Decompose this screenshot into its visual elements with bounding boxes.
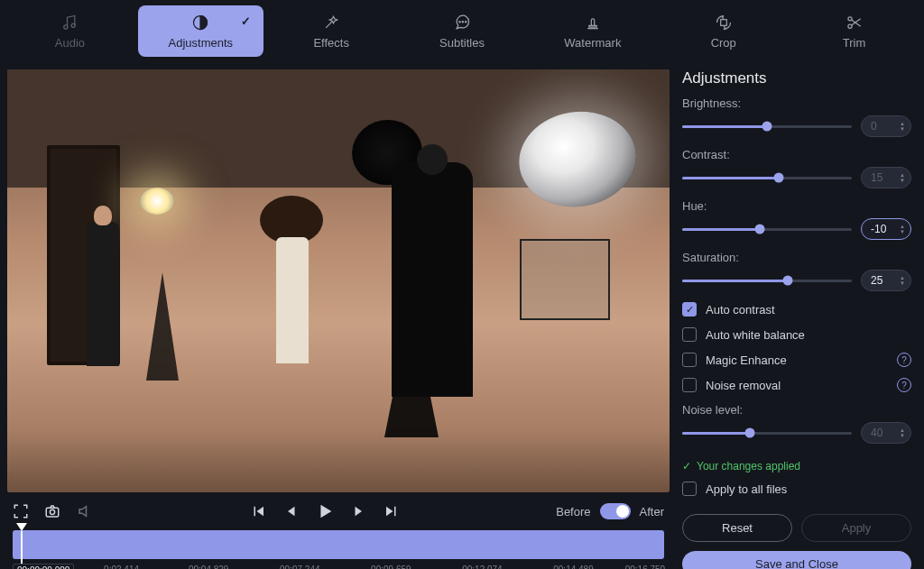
top-tabs: Audio Adjustments ✓ Effects Subtitles Wa… — [0, 0, 924, 62]
check-icon: ✓ — [682, 460, 691, 473]
volume-button[interactable] — [76, 503, 94, 519]
timeline-track[interactable] — [13, 530, 664, 559]
time-mark: 00:04.829 — [189, 564, 229, 569]
scissors-icon — [845, 13, 864, 32]
main-area: Before After 00:00:00.000 0:02.414 00:04… — [0, 62, 924, 569]
magic-enhance-label: Magic Enhance — [706, 353, 787, 367]
auto-contrast-label: Auto contrast — [706, 303, 775, 317]
magic-enhance-checkbox[interactable] — [682, 353, 697, 367]
auto-wb-label: Auto white balance — [706, 328, 805, 342]
playback-controls: Before After — [7, 492, 670, 528]
svg-point-7 — [847, 17, 851, 21]
noise-level-value[interactable]: 40▲▼ — [861, 422, 911, 444]
adjustments-panel: Adjustments Brightness: 0▲▼ Contrast: 15… — [682, 69, 917, 569]
tab-watermark-label: Watermark — [564, 36, 621, 50]
help-icon[interactable]: ? — [897, 378, 911, 392]
skip-start-button[interactable] — [250, 501, 266, 521]
tab-audio-label: Audio — [55, 36, 85, 50]
tab-effects-label: Effects — [313, 36, 349, 50]
noise-removal-checkbox[interactable] — [682, 378, 697, 392]
noise-removal-label: Noise removal — [706, 379, 781, 392]
tab-adjustments[interactable]: Adjustments ✓ — [138, 5, 263, 57]
svg-point-10 — [50, 509, 54, 514]
speech-icon — [453, 13, 471, 32]
skip-end-button[interactable] — [383, 501, 400, 521]
before-after-toggle[interactable] — [600, 503, 631, 519]
time-scale: 00:00:00.000 0:02.414 00:04.829 00:07.24… — [13, 564, 664, 569]
check-icon: ✓ — [241, 14, 251, 28]
help-icon[interactable]: ? — [897, 353, 911, 367]
noise-level-label: Noise level: — [682, 403, 911, 417]
svg-point-3 — [459, 22, 460, 23]
changes-applied: ✓ Your changes applied — [682, 460, 911, 473]
brightness-value[interactable]: 0▲▼ — [861, 115, 911, 137]
video-preview[interactable] — [7, 69, 670, 492]
panel-title: Adjustments — [682, 69, 911, 87]
saturation-slider[interactable] — [682, 280, 852, 282]
time-mark: 00:14.489 — [553, 564, 594, 569]
timeline: 00:00:00.000 0:02.414 00:04.829 00:07.24… — [7, 528, 670, 569]
apply-button[interactable]: Apply — [801, 514, 911, 542]
brightness-slider[interactable] — [682, 125, 852, 128]
step-back-button[interactable] — [282, 501, 299, 521]
before-label: Before — [556, 505, 590, 519]
tab-watermark[interactable]: Watermark — [530, 5, 655, 57]
auto-contrast-checkbox[interactable]: ✓ — [682, 302, 697, 317]
step-forward-button[interactable] — [351, 501, 367, 521]
svg-point-4 — [462, 22, 463, 23]
time-mark: 00:09.659 — [371, 564, 411, 569]
svg-rect-6 — [720, 20, 726, 26]
svg-point-1 — [72, 23, 76, 27]
playhead[interactable] — [16, 523, 27, 531]
preview-image — [7, 69, 670, 492]
after-label: After — [640, 505, 664, 519]
reset-button[interactable]: Reset — [682, 514, 792, 542]
tab-subtitles-label: Subtitles — [439, 36, 485, 50]
noise-level-slider[interactable] — [682, 432, 852, 435]
crop-rotate-icon — [715, 13, 733, 32]
wand-icon — [322, 13, 340, 32]
time-mark: 00:12.074 — [462, 564, 503, 569]
brightness-label: Brightness: — [682, 96, 911, 110]
tab-subtitles[interactable]: Subtitles — [400, 5, 525, 57]
contrast-icon — [191, 13, 209, 32]
saturation-value[interactable]: 25▲▼ — [861, 270, 911, 291]
time-mark: 00:07.244 — [280, 564, 320, 569]
svg-point-5 — [466, 22, 467, 23]
contrast-label: Contrast: — [682, 148, 911, 161]
apply-all-label: Apply to all files — [706, 482, 787, 496]
tab-adjustments-label: Adjustments — [169, 36, 234, 50]
contrast-slider[interactable] — [682, 177, 852, 179]
snapshot-button[interactable] — [43, 503, 61, 519]
contrast-value[interactable]: 15▲▼ — [861, 167, 911, 188]
tab-effects[interactable]: Effects — [269, 5, 394, 57]
hue-value[interactable]: -10▲▼ — [861, 218, 911, 240]
stamp-icon — [584, 13, 602, 32]
time-current: 00:00:00.000 — [13, 564, 74, 569]
music-note-icon — [60, 13, 79, 32]
time-mark: 00:16.750 — [625, 564, 666, 569]
tab-trim-label: Trim — [843, 36, 866, 50]
saturation-label: Saturation: — [682, 251, 911, 264]
time-mark: 0:02.414 — [104, 564, 139, 569]
hue-label: Hue: — [682, 199, 911, 213]
tab-crop[interactable]: Crop — [661, 5, 786, 57]
tab-trim[interactable]: Trim — [791, 5, 917, 57]
tab-audio[interactable]: Audio — [7, 5, 133, 57]
hue-slider[interactable] — [682, 228, 852, 231]
svg-point-0 — [64, 25, 68, 29]
svg-point-8 — [847, 24, 851, 28]
fullscreen-button[interactable] — [13, 503, 29, 519]
save-close-button[interactable]: Save and Close — [682, 551, 911, 569]
play-button[interactable] — [315, 501, 335, 521]
apply-all-checkbox[interactable] — [682, 482, 697, 496]
left-column: Before After 00:00:00.000 0:02.414 00:04… — [7, 69, 670, 569]
tab-crop-label: Crop — [711, 36, 736, 50]
auto-wb-checkbox[interactable] — [682, 327, 697, 342]
